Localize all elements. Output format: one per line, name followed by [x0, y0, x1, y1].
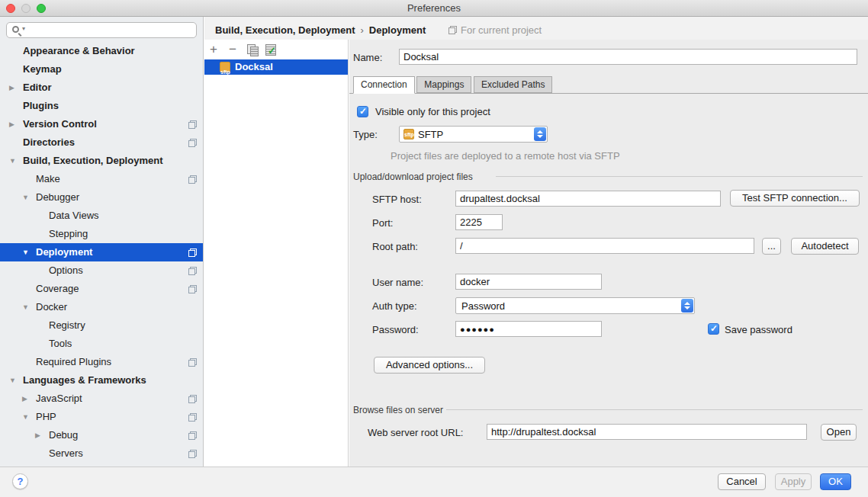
- sidebar-item-keymap[interactable]: Keymap: [0, 60, 203, 79]
- copy-server-button[interactable]: [247, 44, 258, 56]
- search-options-caret-icon[interactable]: ▾: [22, 25, 25, 32]
- sidebar-item-tools[interactable]: Tools: [0, 335, 203, 353]
- sidebar-item-debug[interactable]: ▶Debug: [0, 426, 203, 444]
- sidebar-item-javascript[interactable]: ▶JavaScript: [0, 390, 203, 408]
- sidebar-item-label: Keymap: [23, 60, 62, 79]
- type-value: SFTP: [418, 129, 443, 140]
- user-name-input[interactable]: [455, 274, 602, 290]
- sidebar-item-label: Deployment: [36, 243, 92, 261]
- help-button[interactable]: ?: [12, 473, 28, 489]
- sidebar-item-plugins[interactable]: Plugins: [0, 97, 203, 115]
- expand-arrow-icon[interactable]: ▶: [9, 79, 20, 97]
- password-input[interactable]: [455, 321, 602, 337]
- titlebar: Preferences: [0, 0, 868, 17]
- browse-root-path-button[interactable]: ...: [762, 238, 781, 255]
- sidebar-item-version-control[interactable]: ▶Version Control: [0, 115, 203, 133]
- collapse-arrow-icon[interactable]: ▼: [22, 408, 33, 426]
- autodetect-button[interactable]: Autodetect: [791, 238, 859, 255]
- collapse-arrow-icon[interactable]: ▼: [9, 371, 20, 390]
- test-sftp-connection-button[interactable]: Test SFTP connection...: [730, 190, 860, 207]
- sidebar-item-label: Debug: [49, 426, 78, 444]
- upload-section-title: Upload/download project files: [353, 172, 473, 182]
- per-project-scope-icon: [188, 248, 197, 257]
- set-default-server-button[interactable]: ✓: [265, 44, 276, 55]
- web-root-input[interactable]: [487, 424, 807, 440]
- tab-mappings[interactable]: Mappings: [416, 76, 471, 93]
- collapse-arrow-icon[interactable]: ▼: [22, 243, 33, 261]
- sidebar-item-label: Plugins: [23, 97, 59, 115]
- deployment-form-panel: Name: Connection Mappings Excluded Paths…: [349, 40, 868, 467]
- sidebar-item-label: Languages & Frameworks: [23, 371, 146, 390]
- port-label: Port:: [372, 217, 393, 229]
- breadcrumb-current: Deployment: [369, 24, 426, 36]
- type-help-text: Project files are deployed to a remote h…: [391, 150, 620, 162]
- visible-only-checkbox[interactable]: [357, 106, 368, 117]
- section-divider: [496, 176, 863, 177]
- sidebar-item-debugger[interactable]: ▼Debugger: [0, 188, 203, 207]
- sidebar-item-languages-frameworks[interactable]: ▼Languages & Frameworks: [0, 371, 203, 390]
- sidebar-item-label: Tools: [49, 335, 72, 353]
- expand-arrow-icon[interactable]: ▶: [22, 390, 33, 408]
- server-name: Docksal: [235, 59, 273, 75]
- sidebar-item-appearance-behavior[interactable]: Appearance & Behavior: [0, 42, 203, 60]
- breadcrumb-separator: ›: [355, 24, 368, 36]
- expand-arrow-icon[interactable]: ▶: [9, 115, 20, 133]
- sidebar-item-php[interactable]: ▼PHP: [0, 408, 203, 426]
- check-icon: ✓: [268, 45, 276, 56]
- advanced-options-button[interactable]: Advanced options...: [374, 357, 485, 374]
- expand-arrow-icon[interactable]: ▶: [35, 426, 46, 444]
- auth-type-select[interactable]: Password: [455, 297, 695, 314]
- breadcrumb-parent[interactable]: Build, Execution, Deployment: [215, 24, 355, 36]
- preferences-window: Preferences ▾ Appearance & BehaviorKeyma…: [0, 0, 868, 497]
- auth-type-value: Password: [461, 300, 505, 312]
- tab-connection[interactable]: Connection: [353, 76, 415, 94]
- sidebar-item-required-plugins[interactable]: Required Plugins: [0, 353, 203, 371]
- sidebar-item-docker[interactable]: ▼Docker: [0, 298, 203, 316]
- sftp-host-input[interactable]: [455, 191, 721, 207]
- name-input[interactable]: [399, 49, 857, 65]
- sidebar-item-label: Data Views: [49, 207, 99, 225]
- settings-sidebar: ▾ Appearance & BehaviorKeymap▶EditorPlug…: [0, 17, 204, 467]
- per-project-scope-icon: [188, 450, 197, 458]
- sidebar-item-directories[interactable]: Directories: [0, 133, 203, 152]
- user-name-label: User name:: [372, 277, 423, 288]
- type-label: Type:: [353, 129, 378, 140]
- window-title: Preferences: [0, 2, 868, 14]
- sidebar-item-deployment[interactable]: ▼Deployment: [0, 243, 203, 261]
- root-path-input[interactable]: [455, 238, 754, 254]
- sidebar-item-label: Directories: [23, 133, 75, 152]
- per-project-scope-icon: [188, 285, 197, 293]
- sftp-file-icon: sftp: [403, 129, 414, 139]
- per-project-scope-icon: [188, 413, 197, 422]
- collapse-arrow-icon[interactable]: ▼: [9, 152, 20, 170]
- cancel-button[interactable]: Cancel: [718, 473, 766, 490]
- sidebar-item-data-views[interactable]: Data Views: [0, 207, 203, 225]
- add-server-button[interactable]: +: [210, 43, 217, 56]
- open-button[interactable]: Open: [821, 424, 857, 441]
- sidebar-item-label: Appearance & Behavior: [23, 42, 135, 60]
- ok-button[interactable]: OK: [820, 473, 851, 490]
- collapse-arrow-icon[interactable]: ▼: [22, 298, 33, 316]
- server-list-item-docksal[interactable]: sftp Docksal: [204, 59, 348, 75]
- save-password-checkbox[interactable]: [708, 323, 719, 335]
- settings-search-field[interactable]: ▾: [6, 22, 197, 38]
- sidebar-item-stepping[interactable]: Stepping: [0, 225, 203, 243]
- type-select[interactable]: sftp SFTP: [399, 126, 548, 143]
- collapse-arrow-icon[interactable]: ▼: [22, 188, 33, 207]
- tab-divider: [349, 93, 868, 94]
- per-project-scope-icon: [188, 395, 197, 403]
- port-input[interactable]: [455, 214, 503, 230]
- per-project-scope-icon: [448, 26, 457, 34]
- sidebar-item-coverage[interactable]: Coverage: [0, 280, 203, 298]
- remove-server-button[interactable]: −: [229, 43, 236, 56]
- sidebar-item-registry[interactable]: Registry: [0, 316, 203, 335]
- sidebar-item-options[interactable]: Options: [0, 261, 203, 280]
- tab-excluded-paths[interactable]: Excluded Paths: [474, 76, 552, 93]
- sidebar-item-label: Make: [36, 170, 60, 188]
- auth-type-label: Auth type:: [372, 300, 417, 312]
- sidebar-item-make[interactable]: Make: [0, 170, 203, 188]
- sidebar-item-editor[interactable]: ▶Editor: [0, 79, 203, 97]
- apply-button[interactable]: Apply: [775, 473, 812, 490]
- sidebar-item-build-execution-deployment[interactable]: ▼Build, Execution, Deployment: [0, 152, 203, 170]
- sidebar-item-servers[interactable]: Servers: [0, 444, 203, 463]
